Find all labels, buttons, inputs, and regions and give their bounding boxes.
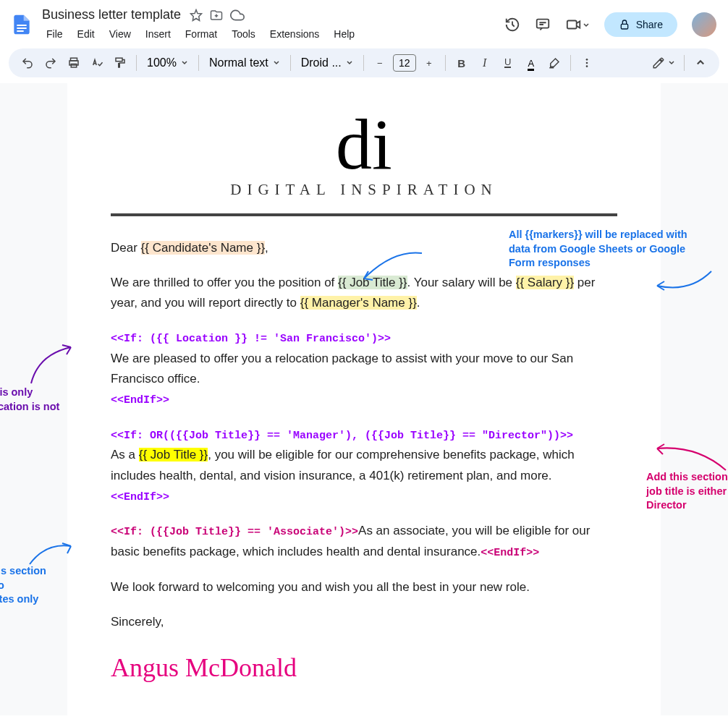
arrow-icon (24, 344, 75, 387)
arrow-icon (653, 268, 719, 297)
share-label: Share (636, 19, 663, 30)
annotation-sf: Show this only when location is not SF (0, 386, 60, 428)
text: We are pleased to offer you a relocation… (111, 352, 573, 386)
endif: <<EndIf>> (111, 491, 169, 503)
letter-body[interactable]: Dear {{ Candidate's Name }}, We are thri… (111, 238, 617, 689)
endif: <<EndIf>> (481, 547, 539, 559)
zoom-value: 100% (147, 56, 177, 69)
logo: di DIGITAL INSPIRATION (111, 98, 617, 199)
logo-text: DIGITAL INSPIRATION (111, 181, 617, 199)
marker-manager: {{ Manager's Name }} (300, 296, 417, 310)
canvas[interactable]: di DIGITAL INSPIRATION Dear {{ Candidate… (0, 83, 728, 715)
star-icon[interactable] (190, 9, 203, 22)
fontsize-increase[interactable]: + (419, 53, 439, 73)
text: . Your salary will be (407, 276, 516, 289)
marker-salary: {{ Salary }} (516, 276, 574, 289)
docs-logo-icon[interactable] (9, 12, 35, 38)
zoom-dropdown[interactable]: 100% (143, 56, 192, 69)
separator (684, 55, 685, 71)
bold-button[interactable]: B (452, 53, 472, 73)
text: Sincerely, (111, 612, 617, 632)
if-jobtitle-mgr: <<If: OR(({{Job Title}} == 'Manager'), (… (111, 430, 573, 442)
title-area: Business letter template File Edit View … (41, 6, 499, 43)
document-page[interactable]: di DIGITAL INSPIRATION Dear {{ Candidate… (67, 83, 661, 718)
arrow-icon (653, 441, 728, 474)
text: , (265, 241, 268, 255)
menu-view[interactable]: View (103, 25, 137, 43)
separator (136, 55, 137, 71)
redo-button[interactable] (41, 53, 61, 73)
menu-extensions[interactable]: Extensions (264, 25, 325, 43)
document-title[interactable]: Business letter template (41, 6, 182, 24)
svg-rect-2 (17, 30, 23, 32)
style-dropdown[interactable]: Normal text (205, 56, 284, 69)
more-button[interactable] (577, 53, 597, 73)
annotation-mgrdir: Add this section when the job title is e… (646, 470, 728, 513)
separator (445, 55, 446, 71)
fontsize-decrease[interactable]: − (370, 53, 390, 73)
text-color-button[interactable]: A (521, 53, 541, 73)
print-button[interactable] (64, 53, 84, 73)
text: . (417, 296, 420, 310)
separator (198, 55, 199, 71)
avatar[interactable] (692, 12, 716, 37)
menu-tools[interactable]: Tools (226, 25, 261, 43)
underline-button[interactable]: U (498, 53, 518, 73)
svg-point-11 (585, 62, 588, 64)
move-icon[interactable] (210, 9, 223, 22)
menu-bar: File Edit View Insert Format Tools Exten… (41, 25, 499, 43)
header: Business letter template File Edit View … (0, 0, 728, 43)
annotation-assoc: Make this section visible to Associates … (0, 564, 60, 607)
svg-rect-4 (567, 20, 576, 28)
italic-button[interactable]: I (475, 53, 495, 73)
spellcheck-button[interactable] (87, 53, 107, 73)
svg-rect-5 (621, 24, 627, 29)
highlight-button[interactable] (544, 53, 564, 73)
menu-insert[interactable]: Insert (140, 25, 177, 43)
separator (290, 55, 291, 71)
text: We are thrilled to offer you the positio… (111, 276, 338, 289)
font-dropdown[interactable]: Droid ... (297, 56, 357, 69)
if-associate: <<If: ({{Job Title}} == 'Associate')>> (111, 526, 358, 538)
history-icon[interactable] (504, 17, 520, 33)
meet-icon[interactable] (565, 17, 590, 33)
marker-candidate: {{ Candidate's Name }} (141, 241, 265, 255)
paint-format-button[interactable] (110, 53, 130, 73)
menu-edit[interactable]: Edit (72, 25, 101, 43)
text: Dear (111, 241, 141, 255)
editing-mode-button[interactable] (649, 53, 678, 73)
text: We look forward to welcoming you and wis… (111, 577, 617, 597)
marker-jobtitle2: {{ Job Title }} (139, 448, 208, 461)
fontsize-input[interactable]: 12 (393, 54, 416, 72)
marker-jobtitle: {{ Job Title }} (338, 276, 407, 289)
cloud-icon[interactable] (230, 8, 245, 22)
separator (570, 55, 571, 71)
undo-button[interactable] (17, 53, 38, 73)
svg-rect-3 (536, 19, 549, 27)
comment-icon[interactable] (535, 17, 551, 33)
share-button[interactable]: Share (604, 12, 677, 37)
header-actions: Share (504, 12, 719, 37)
style-value: Normal text (209, 56, 268, 69)
svg-rect-9 (116, 58, 122, 61)
svg-rect-0 (17, 25, 26, 26)
logo-script: di (111, 98, 617, 163)
menu-help[interactable]: Help (328, 25, 360, 43)
font-value: Droid ... (301, 56, 342, 69)
signature: Angus McDonald (111, 647, 617, 689)
toolbar: 100% Normal text Droid ... − 12 + B I U … (9, 48, 719, 77)
svg-point-10 (585, 59, 588, 61)
if-location: <<If: ({{ Location }} != 'San Francisco'… (111, 333, 391, 345)
svg-rect-1 (17, 27, 26, 29)
menu-file[interactable]: File (41, 25, 69, 43)
endif: <<EndIf>> (111, 394, 169, 407)
arrow-icon (24, 539, 75, 568)
menu-format[interactable]: Format (179, 25, 223, 43)
svg-point-12 (585, 65, 588, 67)
text: As a (111, 448, 139, 461)
horizontal-rule (111, 213, 617, 216)
separator (363, 55, 364, 71)
collapse-button[interactable] (690, 53, 711, 73)
